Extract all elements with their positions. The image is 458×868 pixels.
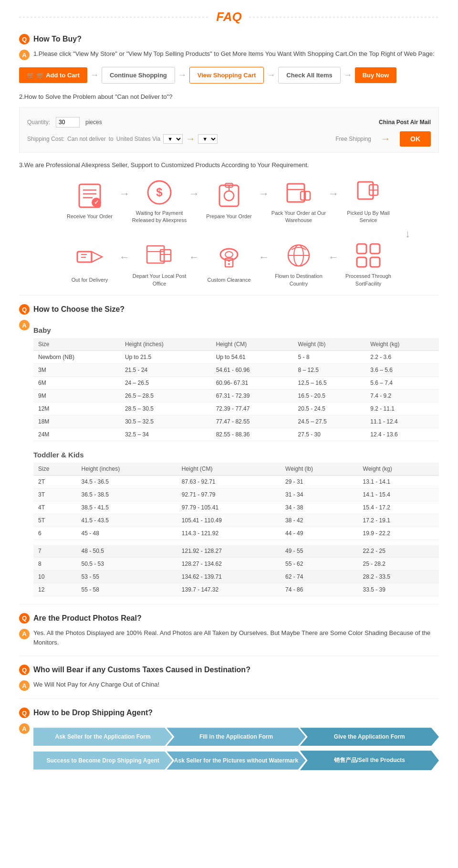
- arrow1: →: [90, 70, 99, 80]
- free-shipping-label: Free Shipping: [335, 136, 371, 142]
- step-delivery-label: Out for Delivery: [72, 276, 108, 284]
- table-cell: 121.92 - 128.27: [177, 545, 281, 558]
- step-pickup-label: Picked Up By Mail Service: [340, 210, 397, 224]
- continue-shopping-button[interactable]: Continue Shopping: [102, 67, 175, 84]
- shipping-destination: United States Via: [116, 136, 161, 142]
- prepare-icon: [215, 181, 243, 210]
- arrow-s9: ←: [328, 251, 339, 264]
- a-customs-icon: A: [19, 680, 30, 691]
- table-cell: 11.1 - 12.4: [365, 415, 439, 428]
- dropship-step2-button[interactable]: Ask Seller for the Pictures without Wate…: [167, 752, 305, 770]
- dropship-step-button[interactable]: Ask Seller for the Application Form: [33, 728, 172, 746]
- check-all-button[interactable]: Check All Items: [278, 67, 340, 84]
- table-cell: 7.4 - 9.2: [365, 390, 439, 402]
- toddler-table-row: 4T38.5 - 41.597.79 - 105.4134 - 3815.4 -…: [33, 501, 439, 514]
- arrow-s8: ←: [259, 251, 269, 264]
- arrow-s3: →: [259, 188, 269, 200]
- table-cell: 21.5 - 24: [120, 364, 211, 377]
- q-dropship-row: Q How to be Drop Shipping Agent?: [19, 708, 439, 718]
- q-photos-icon: Q: [19, 613, 30, 624]
- q3-text: 3.We are Professional Aliexpress Seller,…: [19, 160, 439, 170]
- table-cell: 27.5 - 30: [293, 428, 366, 441]
- table-cell: 17.2 - 19.1: [358, 514, 439, 527]
- a-photos-icon: A: [19, 629, 30, 639]
- toddler-th-weight-kg: Weight (kg): [358, 463, 439, 476]
- table-cell: 82.55 - 88.36: [211, 428, 293, 441]
- toddler-category: Toddler & Kids: [33, 451, 439, 459]
- table-cell: 36.5 - 38.5: [77, 488, 177, 501]
- table-cell: 32.5 – 34: [120, 428, 211, 441]
- table-cell: 3M: [33, 364, 120, 377]
- baby-table-row: 18M30.5 – 32.577.47 - 82.5524.5 – 27.511…: [33, 415, 439, 428]
- table-cell: 8 – 12.5: [293, 364, 366, 377]
- step-postoffice: Depart Your Local Post Office: [131, 241, 188, 287]
- shipping-left: Shipping Cost: Can not deliver to United…: [27, 133, 218, 144]
- svg-point-28: [225, 252, 233, 257]
- view-cart-button[interactable]: View Shopping Cart: [189, 67, 264, 84]
- table-cell: 72.39 - 77.47: [211, 402, 293, 415]
- table-cell: 9M: [33, 390, 120, 402]
- q-dropship-icon: Q: [19, 708, 30, 718]
- a-size-icon: A: [19, 320, 30, 330]
- table-cell: 134.62 - 139.71: [177, 570, 281, 583]
- table-cell: 87.63 - 92.71: [177, 476, 281, 488]
- dropship-step-button[interactable]: Fill in the Application Form: [167, 728, 305, 746]
- baby-th-size: Size: [33, 338, 120, 351]
- table-cell: 33.5 - 39: [358, 583, 439, 596]
- q-photos-text: Are the Product Photos Real?: [33, 614, 142, 623]
- arrow-s1: →: [119, 188, 130, 200]
- q-dropship-text: How to be Drop Shipping Agent?: [33, 709, 153, 717]
- step-prepare-label: Prepare Your Order: [206, 213, 251, 220]
- step-receive: ✓ Receive Your Order: [61, 181, 118, 220]
- arrow-s7: ←: [189, 251, 199, 264]
- table-cell: 38 - 42: [281, 514, 358, 527]
- baby-th-weight-kg: Weight (kg): [365, 338, 439, 351]
- table-cell: Newborn (NB): [33, 351, 120, 364]
- shipping-method-dropdown[interactable]: ▼: [198, 134, 218, 144]
- table-cell: 114.3 - 121.92: [177, 527, 281, 540]
- toddler-table-row: 645 - 48114.3 - 121.9244 - 4919.9 - 22.2: [33, 527, 439, 540]
- a-photos-row: A Yes. All the Photos Displayed are 100%…: [19, 628, 439, 648]
- q-customs-text: Who will Bear if any Customs Taxes Cause…: [33, 666, 250, 674]
- table-cell: 3T: [33, 488, 77, 501]
- toddler-size-table: Size Height (inches) Height (CM) Weight …: [33, 463, 439, 596]
- baby-size-table: Size Height (inches) Height (CM) Weight …: [33, 338, 439, 441]
- dropship-step2-button[interactable]: 销售产品/Sell the Products: [300, 751, 439, 770]
- table-cell: 97.79 - 105.41: [177, 501, 281, 514]
- dropship-step-button[interactable]: Give the Application Form: [300, 728, 439, 746]
- ok-button[interactable]: OK: [400, 131, 431, 147]
- destination-dropdown[interactable]: ▼: [163, 134, 183, 144]
- svg-rect-12: [287, 184, 304, 202]
- postoffice-icon: [145, 241, 174, 270]
- shipping-section: Quantity: pieces China Post Air Mail Shi…: [19, 107, 439, 153]
- quantity-input[interactable]: [56, 117, 80, 127]
- buy-now-button[interactable]: Buy Now: [355, 67, 397, 83]
- toddler-th-weight-lb: Weight (lb): [281, 463, 358, 476]
- table-cell: 12: [33, 583, 77, 596]
- payment-icon: $: [145, 178, 174, 207]
- table-cell: 30.5 – 32.5: [120, 415, 211, 428]
- pack-icon: [284, 178, 313, 207]
- table-cell: 10: [33, 570, 77, 583]
- toddler-header-row: Size Height (inches) Height (CM) Weight …: [33, 463, 439, 476]
- delivery-icon: [75, 245, 104, 274]
- flight-icon: [284, 241, 313, 270]
- table-cell: 62 - 74: [281, 570, 358, 583]
- table-cell: 15.4 - 17.2: [358, 501, 439, 514]
- step-delivery: Out for Delivery: [61, 245, 118, 284]
- table-cell: 41.5 - 43.5: [77, 514, 177, 527]
- svg-text:$: $: [156, 186, 163, 199]
- toddler-table-row: 5T41.5 - 43.5105.41 - 110.4938 - 4217.2 …: [33, 514, 439, 527]
- table-cell: 3.6 – 5.6: [365, 364, 439, 377]
- toddler-table-row: 748 - 50.5121.92 - 128.2749 - 5522.2 - 2…: [33, 545, 439, 558]
- dropship-step2-button[interactable]: Success to Become Drop Shipping Agent: [33, 752, 172, 770]
- table-cell: 92.71 - 97.79: [177, 488, 281, 501]
- process-row-2: Out for Delivery ← Depart Your Local Pos…: [19, 241, 439, 287]
- table-cell: 50.5 - 53: [77, 557, 177, 570]
- divider-2: [19, 604, 439, 604]
- table-cell: 24M: [33, 428, 120, 441]
- receive-icon: ✓: [75, 181, 104, 210]
- add-to-cart-button[interactable]: 🛒 🛒 Add to Cart: [19, 67, 87, 83]
- toddler-table-row: 3T36.5 - 38.592.71 - 97.7931 - 3414.1 - …: [33, 488, 439, 501]
- a-size-row: A Baby Size Height (inches) Height (CM) …: [19, 319, 439, 596]
